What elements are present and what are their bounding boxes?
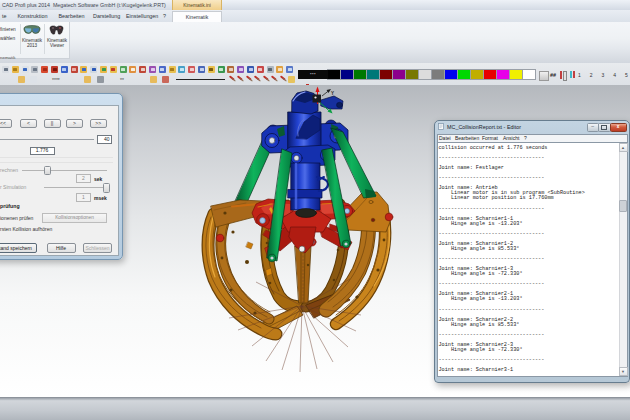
svg-text:Y: Y — [331, 91, 334, 96]
